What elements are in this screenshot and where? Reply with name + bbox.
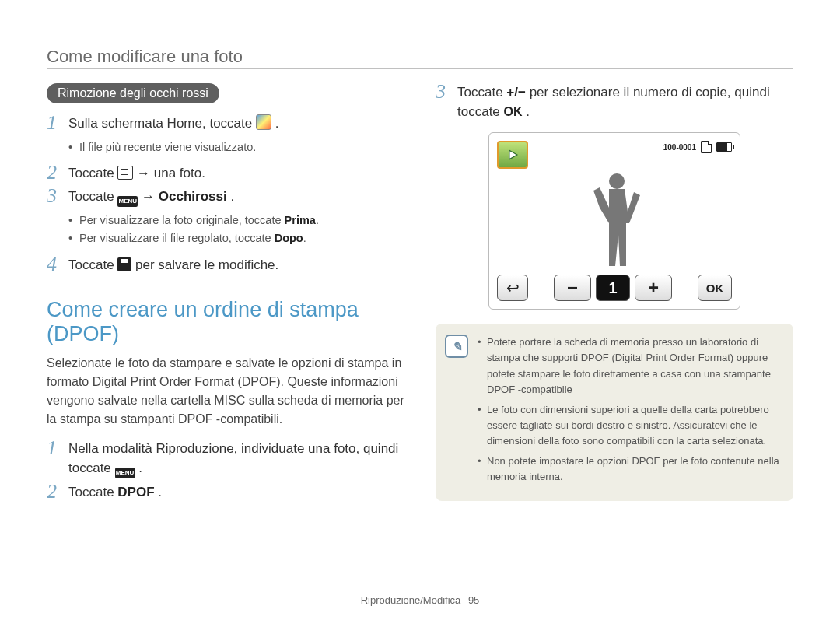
redeye-step-3: 3 Toccate MENU → Occhirossi . <box>47 187 404 207</box>
text: . <box>275 116 279 131</box>
dpof-step-1: 1 Nella modalità Riproduzione, individua… <box>47 440 404 478</box>
page-title: Come modificare una foto <box>47 47 793 67</box>
text: . <box>526 104 530 119</box>
redeye-step-1: 1 Sulla schermata Home, toccate . <box>47 114 404 134</box>
section-heading-dpof: Come creare un ordine di stampa (DPOF) <box>47 298 404 346</box>
ok-icon: OK <box>504 105 523 118</box>
page-footer: Riproduzione/Modifica 95 <box>0 594 840 606</box>
bullet: Per visualizzare il file regolato, tocca… <box>68 229 404 247</box>
screen-statusbar: 100-0001 <box>494 138 735 169</box>
screen-inner: 100-0001 <box>494 138 735 304</box>
info-note-box: ✎ Potete portare la scheda di memoria pr… <box>436 324 793 500</box>
bold-label: Dopo <box>275 232 303 244</box>
step-number: 2 <box>47 482 68 502</box>
copy-count-display: 1 <box>596 275 630 301</box>
manual-page: { "header": { "title": "Come modificare … <box>0 0 840 634</box>
redeye-step-3-notes: Per visualizzare la foto originale, tocc… <box>68 212 404 247</box>
svg-point-1 <box>609 173 625 189</box>
text: → <box>142 189 159 204</box>
step-number: 1 <box>47 438 68 458</box>
text: Toccate <box>68 189 117 204</box>
text: . <box>316 214 319 226</box>
left-column: Rimozione degli occhi rossi 1 Sulla sche… <box>47 83 404 506</box>
plus-minus-icon: +/− <box>506 85 526 100</box>
status-icons: 100-0001 <box>663 141 732 153</box>
step-number: 2 <box>47 163 68 183</box>
step-number: 3 <box>47 186 68 206</box>
play-icon <box>505 147 520 163</box>
bold-label: Prima <box>285 214 316 226</box>
minus-button[interactable]: − <box>554 275 591 301</box>
svg-marker-0 <box>509 150 517 159</box>
note-item: Non potete impostare le opzioni DPOF per… <box>478 454 781 485</box>
ok-button[interactable]: OK <box>698 275 732 301</box>
step-number: 1 <box>47 113 68 133</box>
bold-label: Occhirossi <box>159 189 227 204</box>
content-columns: Rimozione degli occhi rossi 1 Sulla sche… <box>47 83 793 506</box>
text: . <box>138 461 142 475</box>
redeye-step-2: 2 Toccate → una foto. <box>47 164 404 184</box>
text: Toccate <box>68 257 117 272</box>
count-controls: − 1 + <box>554 275 672 301</box>
note-item: Le foto con dimensioni superiori a quell… <box>478 402 781 449</box>
step-text: Nella modalità Riproduzione, individuate… <box>68 440 404 478</box>
step-text: Toccate → una foto. <box>68 164 205 184</box>
file-number: 100-0001 <box>663 143 696 152</box>
step-text: Toccate MENU → Occhirossi . <box>68 187 234 207</box>
save-icon <box>117 257 131 271</box>
text: Toccate <box>457 85 506 100</box>
text: Per visualizzare il file regolato, tocca… <box>79 232 275 244</box>
text: Toccate <box>68 166 117 180</box>
back-arrow-icon: ↩ <box>506 278 520 297</box>
text: Toccate <box>68 485 117 499</box>
text: . <box>230 189 234 204</box>
note-item: Potete portare la scheda di memoria pres… <box>478 335 781 398</box>
note-icon: ✎ <box>445 335 468 358</box>
person-silhouette-icon <box>579 169 649 270</box>
text: . <box>158 485 162 499</box>
bullet: Il file più recente viene visualizzato. <box>68 138 404 156</box>
footer-section: Riproduzione/Modifica <box>361 594 461 606</box>
note-list: Potete portare la scheda di memoria pres… <box>478 335 781 489</box>
redeye-step-1-notes: Il file più recente viene visualizzato. <box>68 138 404 156</box>
dpof-step-2: 2 Toccate DPOF . <box>47 483 404 503</box>
battery-icon <box>716 142 732 152</box>
bold-label: DPOF <box>117 485 154 499</box>
text: → una foto. <box>137 166 205 180</box>
screen-toolbar: ↩ − 1 + OK <box>494 270 735 304</box>
subsection-pill: Rimozione degli occhi rossi <box>47 83 219 103</box>
menu-icon: MENU <box>117 196 138 207</box>
section-paragraph: Selezionate le foto da stampare e salvat… <box>47 354 404 429</box>
home-gallery-icon <box>256 114 271 130</box>
menu-icon: MENU <box>115 468 135 478</box>
bullet: Per visualizzare la foto originale, tocc… <box>68 212 404 229</box>
text: per salvare le modifiche. <box>135 257 278 272</box>
thumbnail-play-icon[interactable] <box>497 141 528 169</box>
dpof-step-3: 3 Toccate +/− per selezionare il numero … <box>436 83 793 121</box>
text: Sulla schermata Home, toccate <box>68 116 256 131</box>
page-number: 95 <box>468 594 479 606</box>
step-text: Toccate per salvare le modifiche. <box>68 256 278 275</box>
text: . <box>303 232 306 244</box>
folder-icon <box>117 166 133 180</box>
step-number: 3 <box>436 82 457 102</box>
header-rule <box>47 68 793 69</box>
right-column: 3 Toccate +/− per selezionare il numero … <box>436 83 793 506</box>
camera-screen-illustration: 100-0001 <box>488 132 740 310</box>
back-button[interactable]: ↩ <box>497 275 528 301</box>
sd-card-icon <box>701 141 712 153</box>
step-number: 4 <box>47 254 68 275</box>
step-text: Sulla schermata Home, toccate . <box>68 114 278 134</box>
text: Per visualizzare la foto originale, tocc… <box>79 214 285 226</box>
plus-button[interactable]: + <box>635 275 672 301</box>
redeye-step-4: 4 Toccate per salvare le modifiche. <box>47 256 404 275</box>
step-text: Toccate DPOF . <box>68 483 162 503</box>
step-text: Toccate +/− per selezionare il numero di… <box>457 83 793 121</box>
photo-preview <box>494 169 735 270</box>
